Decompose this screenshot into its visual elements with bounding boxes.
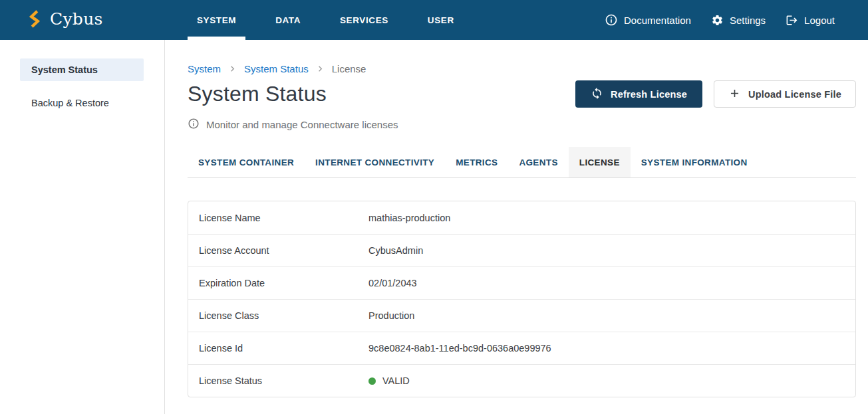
tab-system-container[interactable]: SYSTEM CONTAINER — [188, 147, 305, 177]
status-badge: VALID — [382, 375, 410, 386]
table-row-license-account: License Account CybusAdmin — [188, 234, 855, 266]
main-content: System System Status License System Stat… — [165, 40, 868, 414]
upload-license-button[interactable]: Upload License File — [714, 80, 856, 108]
top-navbar: Cybus SYSTEM DATA SERVICES USER Document… — [0, 0, 868, 40]
upload-license-label: Upload License File — [748, 89, 841, 100]
chevron-right-icon — [227, 63, 238, 74]
brand-name: Cybus — [50, 11, 103, 29]
gear-icon — [711, 14, 724, 27]
plus-icon — [728, 87, 741, 102]
tab-license[interactable]: LICENSE — [569, 147, 631, 177]
nav-item-services[interactable]: SERVICES — [331, 0, 398, 40]
tabs: SYSTEM CONTAINER INTERNET CONNECTIVITY M… — [188, 147, 856, 178]
row-value: 9c8e0824-8ab1-11ed-bc9d-0636a0e99976 — [368, 343, 551, 354]
nav-item-data[interactable]: DATA — [266, 0, 310, 40]
brand-logo[interactable]: Cybus — [27, 9, 103, 31]
sidebar-item-system-status[interactable]: System Status — [20, 58, 144, 81]
row-label: License Account — [199, 245, 368, 256]
settings-label: Settings — [730, 15, 766, 26]
row-label: License Status — [199, 375, 368, 386]
sidebar: System Status Backup & Restore — [0, 40, 165, 414]
row-label: Expiration Date — [199, 278, 368, 288]
refresh-license-button[interactable]: Refresh License — [575, 80, 702, 108]
breadcrumb: System System Status License — [188, 63, 856, 74]
table-row-license-status: License Status VALID — [188, 364, 855, 397]
refresh-license-label: Refresh License — [611, 89, 687, 100]
title-row: System Status Refresh License — [188, 80, 856, 108]
breadcrumb-link-system-status[interactable]: System Status — [244, 63, 309, 74]
license-table: License Name mathias-production License … — [188, 201, 856, 397]
tab-agents[interactable]: AGENTS — [508, 147, 568, 177]
nav-item-system[interactable]: SYSTEM — [188, 0, 245, 40]
page-title: System Status — [188, 82, 327, 106]
tab-internet-connectivity[interactable]: INTERNET CONNECTIVITY — [305, 147, 445, 177]
tab-metrics[interactable]: METRICS — [445, 147, 508, 177]
row-value: VALID — [368, 375, 410, 386]
info-icon — [605, 13, 618, 27]
row-label: License Id — [199, 343, 368, 354]
subtitle-text: Monitor and manage Connectware licenses — [206, 119, 398, 130]
documentation-link[interactable]: Documentation — [605, 13, 691, 27]
info-outline-icon — [188, 118, 200, 132]
logout-icon — [786, 14, 798, 27]
sidebar-item-backup-restore[interactable]: Backup & Restore — [20, 92, 144, 114]
cybus-logo-icon — [27, 9, 43, 31]
navbar-actions: Documentation Settings Logout — [605, 13, 835, 27]
page-subtitle: Monitor and manage Connectware licenses — [188, 118, 856, 132]
documentation-label: Documentation — [624, 15, 691, 26]
breadcrumb-current-license: License — [332, 63, 366, 74]
status-valid-dot-icon — [368, 377, 376, 385]
tab-system-information[interactable]: SYSTEM INFORMATION — [631, 147, 758, 177]
table-row-expiration-date: Expiration Date 02/01/2043 — [188, 266, 855, 299]
title-actions: Refresh License Upload License File — [575, 80, 856, 108]
table-row-license-class: License Class Production — [188, 299, 855, 332]
main-nav: SYSTEM DATA SERVICES USER — [188, 0, 484, 40]
table-row-license-name: License Name mathias-production — [188, 201, 855, 234]
row-value: Production — [368, 310, 414, 321]
nav-item-user[interactable]: USER — [418, 0, 464, 40]
layout: System Status Backup & Restore System Sy… — [0, 40, 868, 414]
row-label: License Name — [199, 213, 368, 223]
table-row-license-id: License Id 9c8e0824-8ab1-11ed-bc9d-0636a… — [188, 332, 855, 364]
settings-link[interactable]: Settings — [711, 14, 766, 27]
breadcrumb-link-system[interactable]: System — [188, 63, 221, 74]
logout-link[interactable]: Logout — [786, 14, 835, 27]
chevron-right-icon — [315, 63, 326, 74]
row-value: mathias-production — [368, 213, 450, 223]
refresh-icon — [591, 87, 603, 102]
row-label: License Class — [199, 310, 368, 321]
row-value: 02/01/2043 — [368, 278, 417, 288]
logout-label: Logout — [804, 15, 835, 26]
row-value: CybusAdmin — [368, 245, 423, 256]
